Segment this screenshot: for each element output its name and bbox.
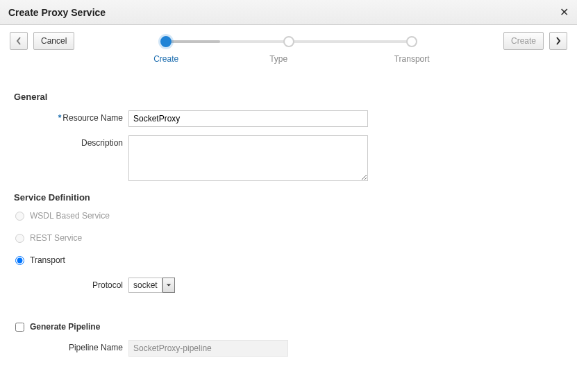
- dialog-title: Create Proxy Service: [8, 7, 106, 18]
- radio-wsdl-label: WSDL Based Service: [30, 211, 110, 221]
- chevron-down-icon: [166, 282, 172, 288]
- radio-transport[interactable]: Transport: [15, 255, 563, 265]
- protocol-dropdown-button[interactable]: [162, 278, 175, 293]
- content: General *Resource Name Description Servi…: [0, 50, 577, 379]
- protocol-value: socket: [128, 278, 162, 293]
- label-pipeline-name: Pipeline Name: [14, 340, 128, 352]
- wizard-steps: Create Type Transport: [95, 32, 483, 50]
- row-resource-name: *Resource Name: [14, 110, 563, 127]
- radio-wsdl: WSDL Based Service: [15, 211, 563, 221]
- wizard-label-type: Type: [258, 54, 299, 64]
- wizard-node-create: [160, 36, 172, 47]
- row-generate-pipeline[interactable]: Generate Pipeline: [15, 322, 563, 332]
- label-resource-name: *Resource Name: [14, 110, 128, 123]
- toolbar-right: Create: [503, 32, 567, 50]
- resource-name-input[interactable]: [128, 110, 368, 127]
- radio-rest-label: REST Service: [30, 233, 82, 243]
- protocol-select[interactable]: socket: [128, 278, 175, 293]
- radio-transport-label: Transport: [30, 255, 65, 265]
- close-icon[interactable]: ✕: [560, 6, 569, 19]
- row-pipeline-name: Pipeline Name: [14, 340, 563, 357]
- cancel-button[interactable]: Cancel: [33, 32, 74, 50]
- label-description: Description: [14, 135, 128, 148]
- row-protocol: Protocol socket: [14, 278, 563, 293]
- wizard-label-create: Create: [145, 54, 187, 64]
- radio-rest: REST Service: [15, 233, 563, 243]
- label-protocol: Protocol: [14, 278, 128, 290]
- toolbar-left: Cancel: [10, 32, 74, 50]
- section-service-def-title: Service Definition: [14, 192, 563, 203]
- create-button[interactable]: Create: [503, 32, 544, 50]
- wizard-node-transport: [406, 36, 417, 47]
- radio-transport-input[interactable]: [15, 256, 24, 265]
- dialog-header: Create Proxy Service ✕: [0, 0, 577, 25]
- wizard-label-transport: Transport: [391, 54, 433, 64]
- pipeline-name-input: [128, 340, 288, 357]
- generate-pipeline-checkbox[interactable]: [15, 323, 24, 332]
- next-button[interactable]: [549, 32, 567, 50]
- radio-rest-input: [15, 234, 24, 243]
- wizard-node-type: [283, 36, 294, 47]
- chevron-left-icon: [16, 37, 22, 45]
- chevron-right-icon: [555, 37, 561, 45]
- toolbar: Cancel Create Type Transport Create: [0, 25, 577, 50]
- description-input[interactable]: [128, 135, 368, 181]
- section-general-title: General: [14, 92, 563, 102]
- radio-wsdl-input: [15, 212, 24, 221]
- back-button[interactable]: [10, 32, 28, 50]
- generate-pipeline-label: Generate Pipeline: [30, 322, 100, 332]
- row-description: Description: [14, 135, 563, 181]
